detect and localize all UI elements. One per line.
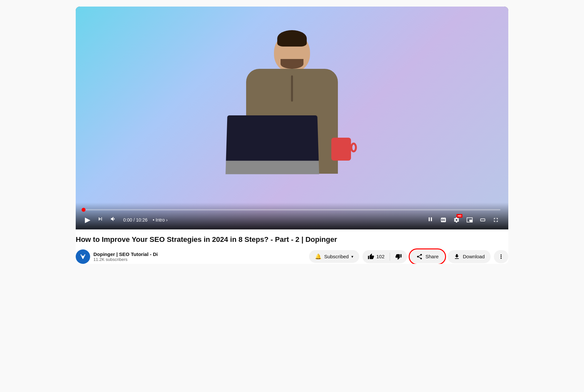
volume-button[interactable] [109, 214, 118, 225]
share-button[interactable]: Share [410, 250, 444, 263]
video-thumbnail[interactable] [76, 7, 508, 229]
thumbs-down-icon [395, 253, 402, 260]
current-time: 0:00 [123, 217, 132, 223]
play-icon: ▶ [85, 216, 90, 224]
more-dots-icon [498, 253, 504, 260]
like-dislike-group: 102 [362, 250, 407, 263]
person-body [246, 69, 338, 174]
miniplayer-button[interactable] [465, 215, 474, 225]
person-zipper [291, 75, 293, 102]
thumbnail-person [223, 33, 361, 203]
download-label: Download [463, 254, 485, 259]
more-options-button[interactable] [494, 250, 508, 263]
pause-icon [427, 216, 434, 224]
thumbs-up-icon [368, 253, 374, 260]
progress-dot [82, 208, 86, 212]
controls-row: ▶ 0:00 / 10:26 • [84, 214, 500, 225]
pause-miniplayer-button[interactable] [426, 215, 435, 225]
fullscreen-button[interactable] [491, 215, 500, 225]
share-label: Share [425, 254, 438, 259]
volume-icon [110, 216, 117, 224]
play-button[interactable]: ▶ [84, 214, 92, 225]
subscribe-label: Subscribed [324, 254, 349, 259]
chevron-down-icon: ▾ [351, 254, 353, 259]
like-count: 102 [376, 254, 384, 259]
hd-badge: HD [457, 214, 462, 218]
bell-icon: 🔔 [315, 253, 321, 260]
channel-text: Dopinger | SEO Tutorial - Di 11.2K subsc… [93, 251, 158, 262]
coffee-mug [331, 138, 351, 161]
subscriber-count: 11.2K subscribers [93, 257, 158, 262]
theater-button[interactable] [478, 215, 487, 225]
laptop [225, 115, 319, 174]
action-buttons: 🔔 Subscribed ▾ 102 [309, 250, 508, 263]
download-icon [454, 253, 460, 260]
download-button[interactable]: Download [448, 250, 491, 263]
video-wrapper: ▶ 0:00 / 10:26 • [76, 7, 508, 229]
video-title: How to Improve Your SEO Strategies in 20… [76, 235, 508, 245]
person-hair [277, 30, 307, 47]
dislike-button[interactable] [390, 250, 407, 263]
mug-handle [350, 143, 357, 152]
subscribe-button[interactable]: 🔔 Subscribed ▾ [309, 250, 359, 263]
chapter-arrow: › [166, 217, 168, 223]
channel-name[interactable]: Dopinger | SEO Tutorial - Di [93, 251, 158, 257]
video-info: How to Improve Your SEO Strategies in 20… [76, 229, 508, 264]
settings-button[interactable]: HD [452, 215, 461, 225]
total-time: 10:26 [136, 217, 147, 223]
cc-button[interactable] [439, 215, 448, 225]
channel-avatar[interactable] [76, 249, 90, 264]
chapter-name: Intro [156, 217, 165, 223]
controls-bar: ▶ 0:00 / 10:26 • [76, 203, 508, 229]
channel-info: Dopinger | SEO Tutorial - Di 11.2K subsc… [76, 249, 304, 264]
person-head [274, 33, 310, 72]
chapter-label: • Intro › [153, 217, 167, 223]
share-icon [416, 253, 423, 260]
like-button[interactable]: 102 [362, 250, 390, 263]
time-display: 0:00 / 10:26 [123, 217, 147, 223]
person-beard [281, 59, 303, 69]
player-container: ▶ 0:00 / 10:26 • [76, 7, 508, 264]
svg-point-1 [82, 256, 84, 258]
laptop-screen [226, 115, 319, 161]
time-sep: / [133, 217, 136, 223]
skip-icon [97, 216, 104, 224]
progress-bar[interactable] [84, 209, 500, 210]
skip-button[interactable] [96, 214, 105, 225]
channel-row: Dopinger | SEO Tutorial - Di 11.2K subsc… [76, 249, 508, 264]
channel-logo-icon [78, 252, 88, 261]
